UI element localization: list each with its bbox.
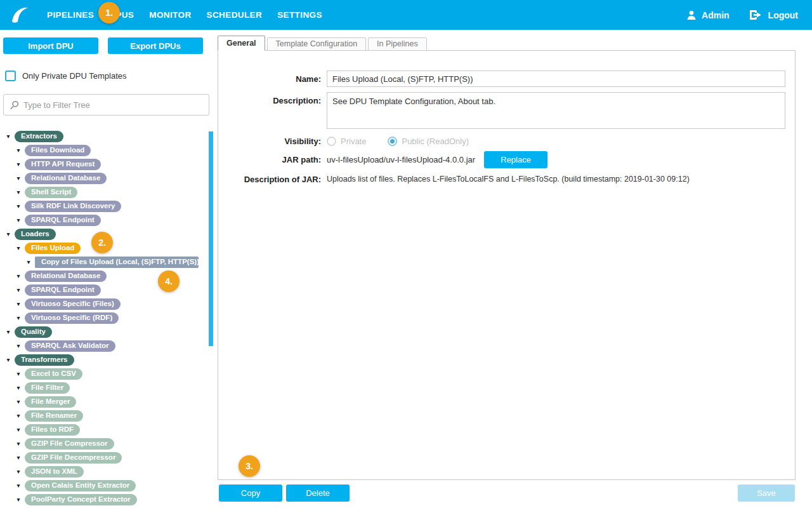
user-label: Admin [702, 10, 730, 20]
logout-label: Logout [768, 10, 798, 20]
radio-dot-icon [390, 139, 395, 144]
tree-node-http-api-request[interactable]: HTTP API Request [25, 159, 101, 171]
nav-item-scheduler[interactable]: SCHEDULER [207, 0, 263, 30]
description-textarea[interactable]: See DPU Template Configuration, About ta… [327, 92, 785, 129]
top-bar: PIPELINESDPUSMONITORSCHEDULERSETTINGS Ad… [0, 0, 812, 30]
tree-scrollbar[interactable] [209, 131, 213, 346]
tree-expander-icon[interactable]: ▾ [14, 427, 23, 433]
tree-row: ▾Extractors [0, 130, 209, 144]
tree-node-excel-to-csv[interactable]: Excel to CSV [25, 368, 82, 380]
logo-swoosh-icon [9, 4, 30, 26]
jar-description-row: Description of JAR: Uploads list of file… [218, 173, 795, 184]
tree-row: ▾Quality [0, 325, 209, 339]
tree-expander-icon[interactable]: ▾ [14, 371, 23, 377]
tree-node-sparql-ask-validator[interactable]: SPARQL Ask Validator [25, 340, 115, 352]
tree-node-gzip-file-compressor[interactable]: GZIP File Compressor [25, 438, 114, 450]
radio-label: Public (ReadOnly) [402, 137, 469, 146]
app-logo[interactable] [0, 4, 39, 26]
nav-item-pipelines[interactable]: PIPELINES [47, 0, 94, 30]
tree-node-silk-rdf-link-discovery[interactable]: Silk RDF Link Discovery [25, 201, 121, 213]
tree-expander-icon[interactable]: ▾ [14, 273, 23, 279]
tree-expander-icon[interactable]: ▾ [4, 133, 13, 140]
tree-node-files-download[interactable]: Files Download [25, 145, 91, 157]
tree-expander-icon[interactable]: ▾ [14, 175, 23, 182]
tree-node-json-to-xml[interactable]: JSON to XML [25, 466, 84, 478]
tree-expander-icon[interactable]: ▾ [24, 259, 33, 265]
tree-node-sparql-endpoint[interactable]: SPARQL Endpoint [25, 284, 101, 297]
visibility-radio-private[interactable]: Private [327, 136, 366, 146]
search-icon [10, 100, 19, 110]
tree-expander-icon[interactable]: ▾ [14, 245, 23, 251]
tree-expander-icon[interactable]: ▾ [14, 217, 23, 224]
tree-node-loaders[interactable]: Loaders [15, 229, 56, 241]
tree-row: ▾GZIP File Decompressor [0, 451, 209, 465]
tree-node-extractors[interactable]: Extractors [15, 131, 63, 143]
only-private-checkbox-row: Only Private DPU Templates [5, 70, 127, 81]
name-input[interactable] [327, 70, 785, 87]
dpu-detail-panel: Name: Description: See DPU Template Conf… [218, 50, 796, 480]
tree-expander-icon[interactable]: ▾ [14, 315, 23, 321]
tree-expander-icon[interactable]: ▾ [14, 497, 23, 503]
tree-expander-icon[interactable]: ▾ [14, 483, 23, 489]
tree-expander-icon[interactable]: ▾ [14, 301, 23, 307]
tab-in-pipelines[interactable]: In Pipelines [368, 37, 427, 51]
only-private-checkbox[interactable] [5, 70, 16, 81]
replace-jar-button[interactable]: Replace [484, 151, 547, 168]
tree-node-files-to-rdf[interactable]: Files to RDF [25, 424, 80, 436]
tree-node-relational-database[interactable]: Relational Database [25, 173, 107, 185]
copy-button[interactable]: Copy [219, 485, 282, 502]
tree-expander-icon[interactable]: ▾ [14, 189, 23, 196]
tree-expander-icon[interactable]: ▾ [14, 343, 23, 349]
tree-node-relational-database[interactable]: Relational Database [25, 271, 107, 283]
nav-item-monitor[interactable]: MONITOR [149, 0, 191, 30]
tree-node-open-calais-entity-extractor[interactable]: Open Calais Entity Extractor [25, 480, 136, 492]
annotation-marker-1: 1. [98, 2, 120, 23]
tab-general[interactable]: General [218, 36, 265, 51]
tree-expander-icon[interactable]: ▾ [14, 161, 23, 168]
tree-expander-icon[interactable]: ▾ [14, 469, 23, 475]
tree-node-file-merger[interactable]: File Merger [25, 396, 76, 408]
radio-circle-icon [388, 137, 397, 146]
tree-expander-icon[interactable]: ▾ [4, 357, 13, 363]
name-row: Name: [218, 70, 795, 87]
tree-expander-icon[interactable]: ▾ [14, 147, 23, 154]
tree-expander-icon[interactable]: ▾ [14, 287, 23, 293]
tab-template-configuration[interactable]: Template Configuration [267, 37, 367, 51]
tree-node-poolparty-concept-extractor[interactable]: PoolParty Concept Extractor [25, 494, 137, 506]
tree-node-file-filter[interactable]: File Filter [25, 382, 70, 394]
visibility-radio-public-readonly[interactable]: Public (ReadOnly) [388, 136, 469, 146]
logout-button[interactable]: Logout [749, 9, 798, 21]
save-button[interactable]: Save [738, 485, 795, 502]
tree-expander-icon[interactable]: ▾ [14, 399, 23, 405]
tree-row: ▾JSON to XML [0, 465, 209, 479]
delete-button[interactable]: Delete [286, 485, 350, 502]
export-dpus-button[interactable]: Export DPUs [108, 37, 203, 54]
nav-item-settings[interactable]: SETTINGS [277, 0, 322, 30]
tree-expander-icon[interactable]: ▾ [14, 203, 23, 210]
tree-node-transformers[interactable]: Transformers [15, 354, 74, 366]
tree-node-sparql-endpoint[interactable]: SPARQL Endpoint [25, 215, 101, 227]
tree-node-file-renamer[interactable]: File Renamer [25, 410, 83, 422]
tree-row: ▾File Merger [0, 395, 209, 409]
tree-node-shell-script[interactable]: Shell Script [25, 187, 77, 199]
jar-path-row: JAR path: uv-l-filesUpload/uv-l-filesUpl… [218, 151, 795, 168]
tree-node-copy-of-files-upload-local-s-ftp-http-s[interactable]: Copy of Files Upload (Local, (S)FTP, HTT… [35, 257, 199, 269]
user-menu[interactable]: Admin [686, 10, 730, 21]
tree-node-virtuoso-specific-rdf[interactable]: Virtuoso Specific (RDF) [25, 312, 119, 324]
name-label: Name: [222, 70, 321, 87]
tree-node-virtuoso-specific-files[interactable]: Virtuoso Specific (Files) [25, 298, 121, 311]
tree-node-quality[interactable]: Quality [15, 326, 52, 338]
tree-node-gzip-file-decompressor[interactable]: GZIP File Decompressor [25, 452, 122, 464]
tree-expander-icon[interactable]: ▾ [14, 455, 23, 461]
dpu-tree: ▾Extractors▾Files Download▾HTTP API Requ… [0, 130, 209, 508]
dpu-sidebar: Import DPU Export DPUs Only Private DPU … [0, 30, 214, 508]
tree-filter-input[interactable] [23, 100, 203, 110]
tree-expander-icon[interactable]: ▾ [14, 441, 23, 447]
tree-expander-icon[interactable]: ▾ [14, 385, 23, 391]
tree-node-files-upload[interactable]: Files Upload [25, 243, 81, 255]
tree-row: ▾PoolParty Concept Extractor [0, 493, 209, 507]
import-dpu-button[interactable]: Import DPU [3, 37, 98, 54]
tree-expander-icon[interactable]: ▾ [4, 231, 13, 237]
tree-expander-icon[interactable]: ▾ [4, 329, 13, 335]
tree-expander-icon[interactable]: ▾ [14, 413, 23, 419]
